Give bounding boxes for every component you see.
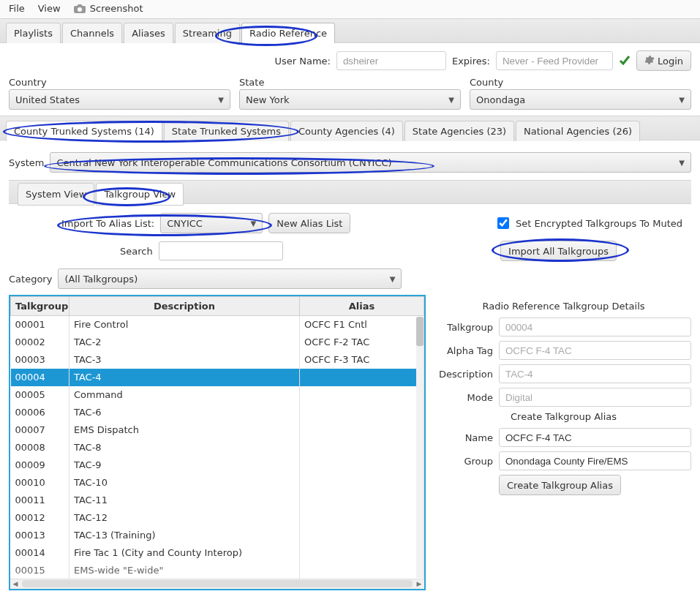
horizontal-scrollbar[interactable]: ◀ ▶ [10, 579, 424, 589]
detail-description-field [499, 364, 691, 383]
new-alias-list-button[interactable]: New Alias List [268, 213, 350, 233]
col-talkgroup[interactable]: Talkgroup [11, 297, 69, 316]
tab-channels[interactable]: Channels [62, 23, 122, 43]
view-tab-system-view[interactable]: System View [18, 183, 94, 206]
status-ok-icon [619, 54, 631, 68]
detail-mode-label: Mode [436, 392, 499, 403]
import-all-button[interactable]: Import All Talkgroups [500, 241, 617, 261]
state-dropdown[interactable]: New York ▼ [239, 89, 461, 110]
create-group-field[interactable] [499, 451, 691, 470]
category-dropdown[interactable]: (All Talkgroups) ▼ [58, 268, 402, 289]
country-label: Country [9, 77, 230, 88]
tab-playlists[interactable]: Playlists [6, 23, 61, 43]
table-row[interactable]: 00013TAC-13 (Training) [11, 527, 424, 544]
alias-list-value: CNYICC [167, 218, 203, 229]
state-label: State [239, 77, 461, 88]
agency-tabbar: County Trunked Systems (14)State Trunked… [0, 116, 700, 140]
cell-desc: Fire Control [69, 316, 300, 334]
import-row: Import To Alias List: CNYICC ▼ New Alias… [0, 204, 700, 236]
chevron-down-icon: ▼ [390, 275, 396, 283]
agency-tab-4[interactable]: National Agencies (26) [516, 121, 640, 141]
detail-talkgroup-field [499, 317, 691, 337]
agency-tab-0[interactable]: County Trunked Systems (14) [6, 121, 162, 141]
agency-tab-2[interactable]: County Agencies (4) [290, 121, 403, 141]
cell-alias [300, 439, 424, 456]
system-dropdown[interactable]: Central New York Interoperable Communica… [50, 152, 691, 173]
scroll-right-icon[interactable]: ▶ [414, 580, 424, 587]
menubar: File View Screenshot [0, 0, 700, 18]
username-field[interactable] [336, 51, 446, 70]
col-description[interactable]: Description [69, 297, 300, 316]
menu-file[interactable]: File [9, 3, 25, 14]
category-row: Category (All Talkgroups) ▼ [0, 266, 700, 295]
cell-alias: OCFC F-3 TAC [300, 351, 424, 369]
set-encrypted-checkbox[interactable] [497, 217, 509, 229]
create-name-field[interactable] [499, 428, 691, 447]
search-input[interactable] [159, 241, 283, 260]
alias-list-dropdown[interactable]: CNYICC ▼ [160, 213, 263, 233]
username-label: User Name: [274, 56, 331, 67]
table-row[interactable]: 00011TAC-11 [11, 492, 424, 509]
table-row[interactable]: 00007EMS Dispatch [11, 421, 424, 439]
search-row: Search Import All Talkgroups [0, 236, 700, 266]
cell-alias [300, 544, 424, 562]
cell-desc: Fire Tac 1 (City and County Interop) [69, 544, 300, 562]
county-label: County [470, 77, 691, 88]
table-row[interactable]: 00002TAC-2OCFC F-2 TAC [11, 334, 424, 351]
cell-alias [300, 456, 424, 474]
create-talkgroup-alias-button[interactable]: Create Talkgroup Alias [499, 475, 621, 495]
cell-desc: TAC-9 [69, 456, 300, 474]
table-row[interactable]: 00001Fire ControlOCFC F1 Cntl [11, 316, 424, 334]
expires-field[interactable] [496, 51, 613, 70]
login-button[interactable]: Login [636, 50, 691, 71]
view-tab-talkgroup-view[interactable]: Talkgroup View [96, 183, 184, 206]
cell-alias: OCFC F1 Cntl [300, 316, 424, 334]
table-row[interactable]: 00012TAC-12 [11, 509, 424, 527]
tab-radio-reference[interactable]: Radio Reference [241, 23, 335, 43]
cell-alias [300, 527, 424, 544]
table-row[interactable]: 00006TAC-6 [11, 404, 424, 421]
table-row[interactable]: 00010TAC-10 [11, 474, 424, 492]
table-row[interactable]: 00008TAC-8 [11, 439, 424, 456]
create-group-label: Group [436, 456, 499, 467]
system-value: Central New York Interoperable Communica… [56, 157, 391, 168]
login-button-label: Login [658, 56, 683, 67]
cell-tg: 00014 [11, 544, 69, 562]
menu-view[interactable]: View [38, 3, 61, 14]
cell-tg: 00003 [11, 351, 69, 369]
table-row[interactable]: 00005Command [11, 386, 424, 404]
table-row[interactable]: 00003TAC-3OCFC F-3 TAC [11, 351, 424, 369]
create-alias-title: Create Talkgroup Alias [436, 411, 691, 422]
cell-tg: 00010 [11, 474, 69, 492]
cell-alias [300, 509, 424, 527]
table-row[interactable]: 00009TAC-9 [11, 456, 424, 474]
agency-tab-3[interactable]: State Agencies (23) [404, 121, 514, 141]
import-to-label: Import To Alias List: [61, 218, 154, 229]
talkgroup-table: Talkgroup Description Alias 00001Fire Co… [10, 296, 424, 579]
geo-row: Country United States ▼ State New York ▼… [0, 77, 700, 116]
chevron-down-icon: ▼ [251, 219, 257, 228]
table-row[interactable]: 00004TAC-4 [11, 369, 424, 386]
county-dropdown[interactable]: Onondaga ▼ [470, 89, 691, 110]
country-dropdown[interactable]: United States ▼ [9, 89, 230, 110]
tab-aliases[interactable]: Aliases [124, 23, 173, 43]
user-bar: User Name: Expires: Login [0, 43, 700, 77]
col-alias[interactable]: Alias [300, 297, 424, 316]
table-row[interactable]: 00014Fire Tac 1 (City and County Interop… [11, 544, 424, 562]
system-row: System Central New York Interoperable Co… [0, 140, 700, 180]
detail-alphatag-field [499, 341, 691, 360]
scroll-left-icon[interactable]: ◀ [10, 580, 20, 587]
cell-tg: 00004 [11, 369, 69, 386]
cell-tg: 00011 [11, 492, 69, 509]
category-label: Category [9, 274, 52, 285]
agency-tab-1[interactable]: State Trunked Systems [164, 121, 289, 141]
tab-streaming[interactable]: Streaming [175, 23, 240, 43]
camera-icon [74, 3, 90, 14]
main-split: Talkgroup Description Alias 00001Fire Co… [0, 295, 700, 594]
table-row[interactable]: 00015EMS-wide "E-wide" [11, 562, 424, 579]
vertical-scrollbar[interactable] [416, 317, 424, 578]
menu-screenshot[interactable]: Screenshot [74, 3, 143, 14]
cell-alias [300, 421, 424, 439]
cell-desc: TAC-13 (Training) [69, 527, 300, 544]
category-value: (All Talkgroups) [64, 274, 138, 285]
